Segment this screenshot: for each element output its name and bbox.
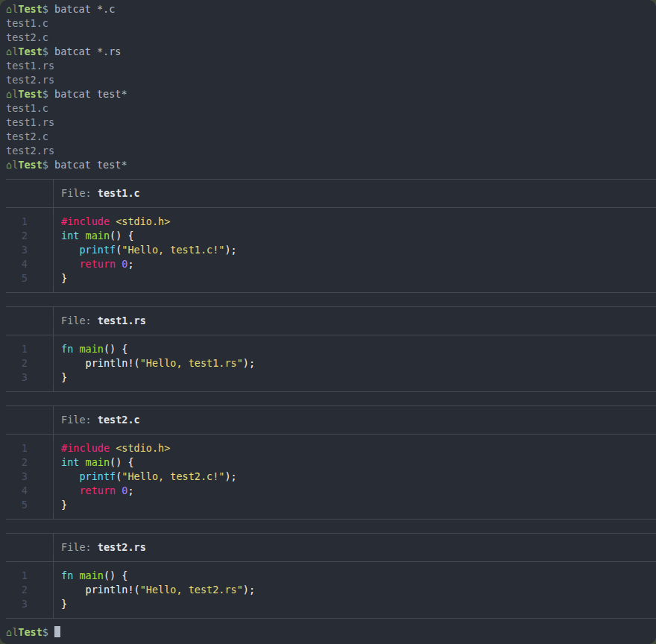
gutter-separator-line [53,441,54,455]
row-code: 2 println!("Hello, test2.rs"); [0,583,656,597]
row-output: test2.c [0,130,656,144]
output-text: test2.rs [6,74,54,86]
line-number: 4 [0,484,28,498]
file-label: File: [61,315,98,326]
code-token-green: main [79,343,104,355]
grid-horizontal-line [6,207,656,208]
code-line-text: println!("Hello, test1.rs"); [0,356,656,370]
grid-joint-line [53,180,54,186]
row-output: test2.rs [0,144,656,158]
code-token-white: println!( [61,357,140,369]
gutter-separator-line [53,583,54,597]
gutter-separator-line [53,413,54,427]
code-token-white [61,258,79,270]
file-header: File: test1.c [0,186,656,201]
code-token-white: () { [104,569,128,581]
row-hline [0,201,656,215]
command-text: batcat *.rs [48,45,122,57]
row-code: 5} [0,271,656,285]
row-code: 1#include <stdio.h> [0,441,656,455]
row-file: File: test2.rs [0,540,656,555]
grid-horizontal-line [6,533,656,534]
code-token-white [61,470,79,482]
command-text: batcat test* [48,159,127,171]
output-text: test1.rs [6,116,54,128]
code-line-text: return 0; [0,257,656,271]
code-line-text: return 0; [0,484,656,498]
prompt-directory: Test [18,45,42,57]
grid-horizontal-line [6,561,656,562]
grid-joint-line [53,406,54,413]
row-file: File: test2.c [0,413,656,427]
line-number: 1 [0,569,28,583]
code-token-white [110,442,116,454]
gutter-separator-line [53,597,54,611]
row-output: test1.rs [0,116,656,130]
row-file: File: test1.rs [0,314,656,328]
file-name: test1.c [98,187,140,199]
terminal-cursor[interactable] [54,626,60,637]
row-hline [0,300,656,314]
code-line-text: #include <stdio.h> [0,215,656,229]
file-header: File: test1.rs [0,314,656,328]
gutter-separator-line [53,455,54,470]
code-token-white: println!( [61,584,140,596]
line-number: 2 [0,583,28,597]
prompt-dollar: $ [42,3,48,15]
row-hline [0,399,656,413]
output-text: test1.c [6,102,48,114]
line-number: 1 [0,441,28,455]
file-header: File: test2.c [0,413,656,427]
gutter-separator-line [53,314,54,328]
gutter-separator-line [53,215,54,229]
terminal-window[interactable]: ⌂lTest$batcat *.ctest1.ctest2.c⌂lTest$ba… [0,0,656,644]
row-prompt: ⌂lTest$batcat test* [0,158,656,172]
row-code: 2int main() { [0,455,656,470]
file-name: test2.rs [98,541,146,553]
command-text: batcat test* [48,88,127,100]
line-number: 3 [0,597,28,611]
gutter-separator-line [53,470,54,484]
grid-joint-line [53,201,54,215]
output-text: test2.c [6,31,48,43]
code-token-white: () { [110,456,134,468]
row-code: 4 return 0; [0,484,656,498]
grid-horizontal-line [6,434,656,435]
row-code: 1#include <stdio.h> [0,215,656,229]
row-hline [0,555,656,569]
file-name: test1.rs [98,315,146,326]
row-hline [0,328,656,342]
prompt-directory: Test [18,626,42,638]
row-hline [0,512,656,526]
gutter-separator-line [53,484,54,498]
row-output: test2.c [0,31,656,45]
gutter-separator-line [53,243,54,257]
gutter-separator-line [53,356,54,370]
line-number: 2 [0,229,28,243]
code-line-text: println!("Hello, test2.rs"); [0,583,656,597]
code-token-white: } [61,272,67,284]
code-token-white: } [61,371,67,383]
row-code: 1fn main() { [0,569,656,583]
grid-horizontal-line [6,618,656,619]
terminal-scrollback: ⌂lTest$batcat *.ctest1.ctest2.c⌂lTest$ba… [0,2,656,640]
code-line-text: } [0,370,656,385]
row-code: 1fn main() { [0,342,656,356]
gutter-separator-line [53,540,54,555]
grid-horizontal-line [6,391,656,392]
code-line-text: printf("Hello, test1.c!"); [0,243,656,257]
prompt-directory: Test [18,88,42,100]
code-token-yellow: "Hello, test1.rs" [140,357,243,369]
code-token-yellow: <stdio.h> [116,215,170,227]
home-icon: ⌂ [6,3,12,15]
home-icon: ⌂ [6,88,12,100]
grid-horizontal-line [6,519,656,520]
code-line-text: printf("Hello, test2.c!"); [0,470,656,484]
code-token-white: } [61,499,67,511]
code-token-white: ; [127,258,133,270]
code-token-white: ; [127,484,133,496]
row-code: 5} [0,498,656,512]
line-number: 3 [0,370,28,385]
row-prompt-cursor: ⌂lTest$ [0,625,656,640]
row-file: File: test1.c [0,186,656,201]
